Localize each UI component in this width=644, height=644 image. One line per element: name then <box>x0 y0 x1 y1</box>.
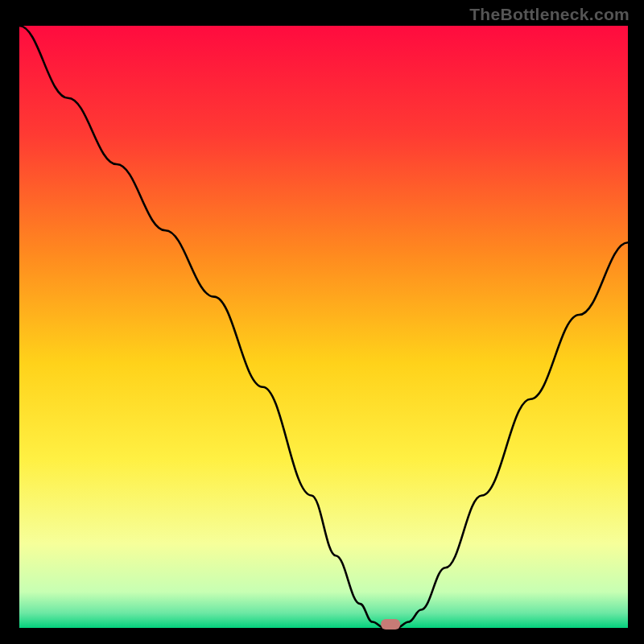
bottleneck-plot-svg <box>0 0 644 644</box>
plot-area-rect <box>19 26 628 628</box>
bottleneck-chart: TheBottleneck.com <box>0 0 644 644</box>
watermark-text: TheBottleneck.com <box>469 5 630 24</box>
minimum-marker <box>381 619 400 630</box>
